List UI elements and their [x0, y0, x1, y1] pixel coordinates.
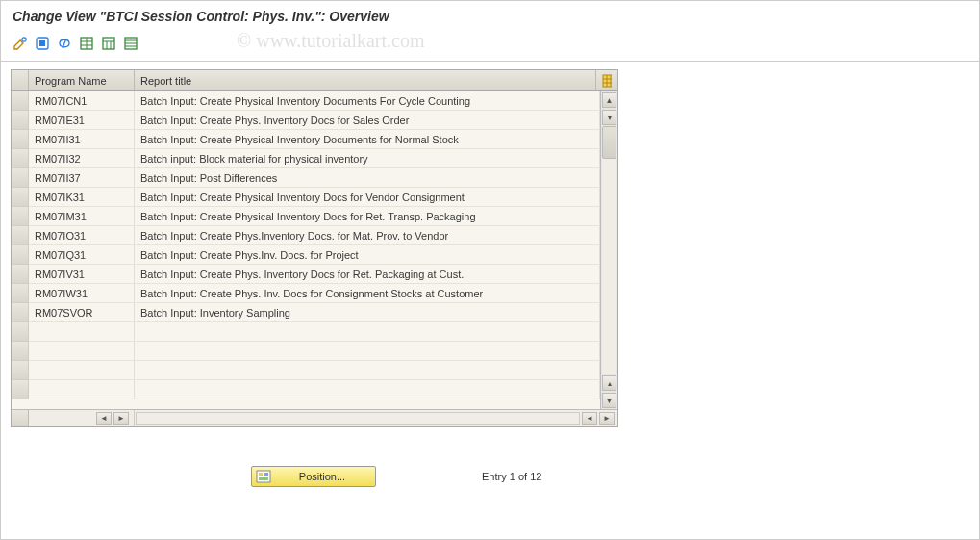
vertical-scrollbar[interactable]: ▲ ▾ ▴ ▼ [600, 91, 617, 409]
row-selector[interactable] [12, 303, 29, 322]
cell-program [29, 342, 135, 361]
table-body: RM07ICN1Batch Input: Create Physical Inv… [12, 91, 600, 409]
svg-point-0 [22, 38, 26, 41]
svg-rect-7 [103, 38, 114, 49]
cell-title[interactable]: Batch Input: Post Differences [135, 168, 600, 188]
cell-program[interactable]: RM07IV31 [29, 265, 135, 284]
table-settings-2-button[interactable] [99, 34, 118, 53]
row-selector[interactable] [12, 265, 29, 284]
table-row[interactable]: RM07IE31Batch Input: Create Phys. Invent… [12, 111, 600, 130]
cell-title[interactable]: Batch Input: Create Phys. Inventory Docs… [135, 111, 600, 130]
cell-title[interactable]: Batch Input: Create Physical Inventory D… [135, 91, 600, 111]
table-row[interactable]: RM07II31Batch Input: Create Physical Inv… [12, 130, 600, 149]
row-selector[interactable] [12, 168, 29, 188]
cell-title[interactable]: Batch Input: Create Physical Inventory D… [135, 130, 600, 149]
column-header-program[interactable]: Program Name [29, 70, 135, 90]
svg-rect-20 [257, 471, 270, 482]
scroll-down-icon[interactable]: ▼ [602, 393, 616, 408]
page-title: Change View "BTCI Session Control: Phys.… [1, 1, 979, 30]
svg-rect-2 [39, 40, 45, 46]
cell-program [29, 361, 135, 380]
cell-title[interactable]: Batch Input: Create Phys.Inventory Docs.… [135, 226, 600, 245]
deselect-all-button[interactable] [55, 34, 74, 53]
cell-program[interactable]: RM07IO31 [29, 226, 135, 245]
row-selector[interactable] [12, 245, 29, 265]
svg-rect-22 [264, 473, 268, 476]
hscroll-track[interactable]: ◄ ► [135, 410, 617, 426]
table-row[interactable]: RM07IK31Batch Input: Create Physical Inv… [12, 188, 600, 207]
scroll-thumb[interactable] [602, 126, 616, 159]
cell-title[interactable]: Batch Input: Create Phys.Inv. Docs. for … [135, 245, 600, 265]
cell-title[interactable]: Batch Input: Create Physical Inventory D… [135, 207, 600, 226]
scroll-down-step-icon[interactable]: ▴ [602, 375, 616, 391]
cell-program[interactable]: RM07SVOR [29, 303, 135, 322]
scroll-track[interactable] [602, 126, 616, 374]
position-icon [256, 470, 271, 483]
table-row[interactable]: RM07II32Batch input: Block material for … [12, 149, 600, 168]
position-button[interactable]: Position... [251, 466, 376, 487]
cell-title[interactable]: Batch input: Block material for physical… [135, 149, 600, 168]
row-selector [12, 380, 29, 399]
table-row[interactable]: RM07ICN1Batch Input: Create Physical Inv… [12, 91, 600, 111]
scroll-up-icon[interactable]: ▲ [602, 92, 616, 108]
row-selector[interactable] [12, 226, 29, 245]
row-selector [12, 342, 29, 361]
table-row[interactable]: RM07IW31Batch Input: Create Phys. Inv. D… [12, 284, 600, 303]
cell-program[interactable]: RM07II37 [29, 168, 135, 188]
hscroll-left-1-icon[interactable]: ◄ [96, 412, 112, 425]
scroll-up-step-icon[interactable]: ▾ [602, 110, 616, 125]
cell-program[interactable]: RM07IE31 [29, 111, 135, 130]
svg-rect-23 [259, 477, 268, 480]
column-header-title[interactable]: Report title [135, 70, 596, 90]
hscroll-left-2-icon[interactable]: ► [113, 412, 129, 425]
row-selector[interactable] [12, 207, 29, 226]
cell-title[interactable]: Batch Input: Create Physical Inventory D… [135, 188, 600, 207]
cell-program[interactable]: RM07II31 [29, 130, 135, 149]
cell-title [135, 380, 600, 399]
content-area: Program Name Report title RM07ICN1Batch … [1, 62, 979, 495]
cell-title[interactable]: Batch Input: Inventory Sampling [135, 303, 600, 322]
cell-program[interactable]: RM07IK31 [29, 188, 135, 207]
table-row [12, 322, 600, 342]
hscroll-right-2-icon[interactable]: ► [599, 412, 615, 425]
cell-program [29, 380, 135, 399]
table-row[interactable]: RM07IO31Batch Input: Create Phys.Invento… [12, 226, 600, 245]
cell-title[interactable]: Batch Input: Create Phys. Inv. Docs for … [135, 284, 600, 303]
cell-program[interactable]: RM07IW31 [29, 284, 135, 303]
cell-title [135, 361, 600, 380]
hscroll-thumb-area[interactable] [136, 412, 580, 425]
row-selector [12, 361, 29, 380]
table-row[interactable]: RM07SVORBatch Input: Inventory Sampling [12, 303, 600, 322]
cell-program[interactable]: RM07II32 [29, 149, 135, 168]
footer: Position... Entry 1 of 12 [11, 466, 969, 487]
table-row[interactable]: RM07IQ31Batch Input: Create Phys.Inv. Do… [12, 245, 600, 265]
row-selector[interactable] [12, 188, 29, 207]
table-row [12, 361, 600, 380]
table-config-icon[interactable] [596, 70, 617, 90]
select-all-column[interactable] [12, 70, 29, 90]
row-selector[interactable] [12, 130, 29, 149]
row-selector [12, 322, 29, 342]
hscroll-left-group: ◄ ► [29, 410, 135, 426]
table-row[interactable]: RM07IV31Batch Input: Create Phys. Invent… [12, 265, 600, 284]
row-selector[interactable] [12, 91, 29, 111]
select-all-button[interactable] [33, 34, 52, 53]
horizontal-scrollbar[interactable]: ◄ ► ◄ ► [12, 409, 617, 426]
table-settings-1-button[interactable] [77, 34, 96, 53]
cell-program[interactable]: RM07IQ31 [29, 245, 135, 265]
toggle-display-change-button[interactable] [11, 34, 30, 53]
data-table: Program Name Report title RM07ICN1Batch … [11, 69, 618, 427]
cell-program[interactable]: RM07ICN1 [29, 91, 135, 111]
hscroll-right-1-icon[interactable]: ◄ [582, 412, 597, 425]
position-button-label: Position... [277, 471, 367, 482]
cell-program [29, 322, 135, 342]
cell-title[interactable]: Batch Input: Create Phys. Inventory Docs… [135, 265, 600, 284]
table-row[interactable]: RM07IM31Batch Input: Create Physical Inv… [12, 207, 600, 226]
cell-title [135, 322, 600, 342]
row-selector[interactable] [12, 284, 29, 303]
row-selector[interactable] [12, 149, 29, 168]
row-selector[interactable] [12, 111, 29, 130]
table-row[interactable]: RM07II37Batch Input: Post Differences [12, 168, 600, 188]
cell-program[interactable]: RM07IM31 [29, 207, 135, 226]
table-settings-3-button[interactable] [121, 34, 140, 53]
